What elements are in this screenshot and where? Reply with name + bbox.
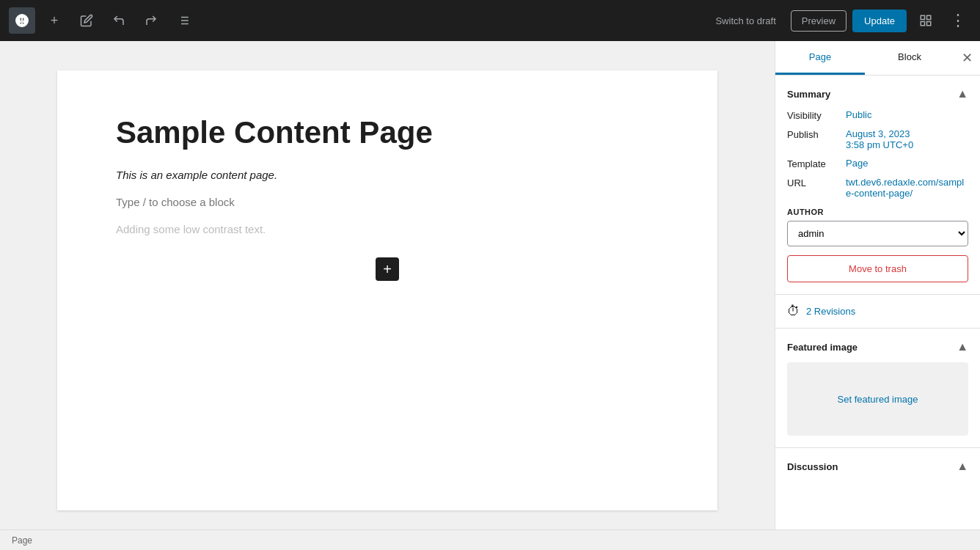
revisions-row[interactable]: ⏱ 2 Revisions <box>775 295 980 329</box>
edit-button[interactable] <box>73 7 100 34</box>
status-bar: Page <box>0 529 980 550</box>
editor-canvas: Sample Content Page This is an example c… <box>57 70 717 510</box>
featured-image-placeholder: Set featured image <box>787 362 968 436</box>
list-view-button[interactable] <box>170 7 197 34</box>
set-featured-image-button[interactable]: Set featured image <box>838 394 918 405</box>
settings-panel-button[interactable] <box>913 7 939 34</box>
sidebar: Page Block ✕ Summary ▲ Visibility Public… <box>775 41 980 550</box>
author-label: AUTHOR <box>787 208 968 216</box>
visibility-value[interactable]: Public <box>846 109 871 120</box>
discussion-title: Discussion <box>787 461 838 472</box>
svg-rect-9 <box>927 15 931 19</box>
redo-button[interactable] <box>138 7 164 34</box>
url-row: URL twt.dev6.redaxle.com/sample-content-… <box>787 177 968 199</box>
editor-area: Sample Content Page This is an example c… <box>0 41 775 550</box>
add-block-center-button[interactable]: + <box>376 257 399 281</box>
svg-rect-11 <box>921 22 924 26</box>
preview-button[interactable]: Preview <box>791 10 846 32</box>
svg-rect-10 <box>927 22 931 26</box>
svg-text:W: W <box>19 17 26 24</box>
move-to-trash-button[interactable]: Move to trash <box>787 255 968 282</box>
summary-section-header: Summary ▲ <box>787 87 968 100</box>
more-options-button[interactable]: ⋮ <box>945 7 971 34</box>
main-layout: Sample Content Page This is an example c… <box>0 41 980 550</box>
add-block-button[interactable]: + <box>41 7 67 34</box>
template-label: Template <box>787 158 846 169</box>
author-select[interactable]: admin <box>787 221 968 246</box>
svg-rect-8 <box>921 15 924 19</box>
template-value[interactable]: Page <box>846 158 868 169</box>
visibility-row: Visibility Public <box>787 109 968 121</box>
block-placeholder[interactable]: Type / to choose a block <box>116 196 659 208</box>
featured-image-header: Featured image ▲ <box>787 340 968 353</box>
discussion-header: Discussion ▲ <box>787 460 968 473</box>
topbar: W + Switch to draft Preview Update ⋮ <box>0 0 980 41</box>
sidebar-close-button[interactable]: ✕ <box>954 41 980 75</box>
publish-label: Publish <box>787 128 846 140</box>
tab-page[interactable]: Page <box>775 41 865 75</box>
revisions-icon: ⏱ <box>787 304 800 319</box>
sidebar-tabs: Page Block ✕ <box>775 41 980 76</box>
low-contrast-text[interactable]: Adding some low contrast text. <box>116 223 659 235</box>
summary-toggle-button[interactable]: ▲ <box>957 87 968 100</box>
undo-button[interactable] <box>106 7 132 34</box>
url-value[interactable]: twt.dev6.redaxle.com/sample-content-page… <box>846 177 968 199</box>
tab-block[interactable]: Block <box>865 41 954 75</box>
featured-image-section: Featured image ▲ Set featured image <box>775 329 980 448</box>
url-label: URL <box>787 177 846 188</box>
publish-row: Publish August 3, 2023 3:58 pm UTC+0 <box>787 128 968 150</box>
author-container: AUTHOR admin <box>787 208 968 246</box>
featured-image-title: Featured image <box>787 342 858 353</box>
template-row: Template Page <box>787 158 968 169</box>
update-button[interactable]: Update <box>852 10 907 32</box>
page-subtitle[interactable]: This is an example content page. <box>116 169 659 181</box>
featured-image-toggle-button[interactable]: ▲ <box>957 340 968 353</box>
status-label: Page <box>12 535 32 546</box>
discussion-toggle-button[interactable]: ▲ <box>957 460 968 473</box>
wordpress-logo[interactable]: W <box>9 7 35 34</box>
page-title: Sample Content Page <box>116 114 659 151</box>
summary-section: Summary ▲ Visibility Public Publish Augu… <box>775 76 980 295</box>
summary-title: Summary <box>787 89 830 100</box>
visibility-label: Visibility <box>787 109 846 121</box>
publish-value[interactable]: August 3, 2023 3:58 pm UTC+0 <box>846 128 913 150</box>
switch-to-draft-button[interactable]: Switch to draft <box>706 11 784 31</box>
discussion-section: Discussion ▲ <box>775 448 980 494</box>
revisions-text: 2 Revisions <box>806 306 855 317</box>
